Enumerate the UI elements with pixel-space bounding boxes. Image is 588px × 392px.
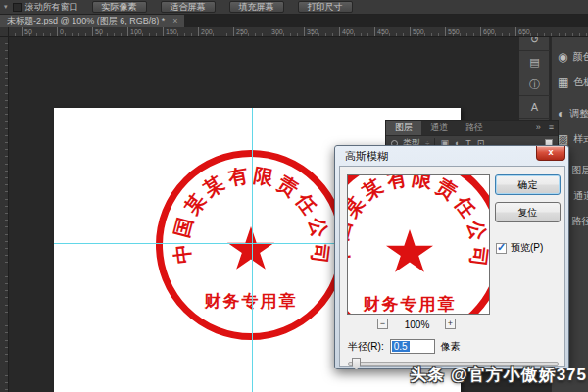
stamp-arc-char: 中 (171, 243, 192, 265)
radius-slider-thumb[interactable] (352, 358, 361, 370)
dock-panel-0[interactable]: ◉颜色 (552, 45, 588, 69)
dock-panel-label: 样式 (573, 132, 588, 146)
tool-preset-caret-icon[interactable]: ▾ (4, 3, 8, 11)
stamp-bottom-text: 财务专用章 (364, 293, 457, 316)
stamp-arc-char: 有 (226, 166, 249, 188)
options-buttons: 实际像素适合屏幕填充屏幕打印尺寸 (78, 1, 353, 13)
stamp-arc-char: 限 (253, 166, 275, 188)
颜色-panel-icon: ◉ (558, 50, 567, 64)
scroll-all-windows-label: 滚动所有窗口 (25, 1, 78, 14)
radius-label: 半径(R): (348, 340, 384, 354)
tab-close-icon[interactable]: × (172, 15, 177, 27)
ruler-tick-label: 450 (374, 27, 389, 37)
ruler-tick-label: 500 (410, 27, 424, 37)
toutiao-watermark: 头条 @官方小傲娇375 (410, 364, 587, 386)
reset-button[interactable]: 复位 (495, 202, 561, 222)
blur-preview[interactable]: 中国某某有限责任公司财务专用章 (347, 174, 490, 315)
dock-panel-label: 通道 (573, 189, 588, 203)
layers-panel-tab-0[interactable]: 图层 (386, 121, 421, 135)
ok-button[interactable]: 确定 (495, 174, 561, 195)
radius-input[interactable]: 0.5 (390, 339, 435, 354)
layers-panel-tabs: 图层通道路径 » ≡ (386, 121, 558, 135)
brush-presets-icon[interactable]: ▤ (519, 51, 550, 74)
dialog-close-button[interactable]: x (536, 146, 565, 161)
panel-menu-icon[interactable]: ≡ (545, 121, 558, 135)
样式-panel-icon: ▨ (558, 132, 568, 146)
stamp-arc-char: 有 (385, 174, 408, 191)
photoshop-window: ▾ 滚动所有窗口 实际像素适合屏幕填充屏幕打印尺寸 未标题-2.psd @ 10… (0, 0, 588, 392)
radius-row: 半径(R): 0.5 像素 (348, 339, 461, 354)
stamp-bottom-text: 财务专用章 (205, 290, 298, 313)
dock-panel-label: 路径 (571, 215, 588, 228)
info-icon[interactable]: ⓘ (519, 74, 550, 96)
ruler-tick-label: 50 (22, 27, 32, 37)
vertical-ruler[interactable] (0, 37, 9, 392)
document-tab[interactable]: 未标题-2.psd @ 100% (图层 6, RGB/8) * × (0, 15, 184, 27)
panel-expand-icon[interactable]: » (532, 121, 545, 135)
preview-checkbox-label: 预览(P) (511, 241, 543, 255)
ruler-corner (0, 27, 9, 37)
options-button-2[interactable]: 填充屏幕 (229, 1, 284, 13)
stamp-arc-char: 中 (347, 246, 352, 268)
options-button-0[interactable]: 实际像素 (92, 1, 147, 13)
horizontal-ruler[interactable]: 5005010015020025030035040045050055060065… (9, 27, 588, 37)
preview-check-row: ✓ 预览(P) (496, 241, 543, 255)
dock-panel-label: 图层 (571, 164, 588, 177)
ruler-tick-label: 600 (480, 27, 495, 37)
dock-tool-column: ↺▤ⓘA (519, 28, 550, 120)
scroll-all-windows-checkbox[interactable] (13, 3, 22, 12)
character-icon[interactable]: A (519, 96, 550, 119)
radius-unit-label: 像素 (441, 340, 461, 354)
preview-checkbox[interactable]: ✓ (496, 243, 507, 254)
layers-panel-tab-2[interactable]: 路径 (457, 121, 492, 135)
ruler-tick-label: 150 (163, 27, 177, 37)
ruler-tick-label: 50 (92, 27, 103, 37)
ruler-tick-label: 0 (57, 27, 64, 37)
dock-panel-label: 色板 (573, 75, 588, 89)
ruler-tick-label: 650 (515, 27, 530, 37)
ruler-tick-label: 550 (445, 27, 460, 37)
ruler-tick-label: 100 (127, 27, 142, 37)
dock-panel-1[interactable]: ▦色板 (552, 71, 588, 94)
dock-panel-label: 颜色 (572, 50, 588, 64)
zoom-level: 100% (391, 319, 443, 330)
dialog-body: 中国某某有限责任公司财务专用章 − 100% + 确定 复位 ✓ 预览(P) 半… (339, 166, 565, 367)
色板-panel-icon: ▦ (558, 75, 568, 89)
dialog-title: 高斯模糊 (345, 149, 388, 164)
ruler-tick-label: 400 (339, 27, 354, 37)
stamp-arc-char: 司 (467, 246, 489, 268)
zoom-out-button[interactable]: − (377, 318, 388, 329)
checkmark-icon: ✓ (497, 241, 506, 254)
stamp-arc-char: 司 (309, 243, 330, 265)
dock-panel-label: 调整 (569, 107, 588, 121)
zoom-in-button[interactable]: + (445, 318, 456, 329)
vertical-guide[interactable] (252, 108, 253, 392)
options-button-1[interactable]: 适合屏幕 (161, 1, 216, 13)
ruler-tick-label: 350 (304, 27, 318, 37)
options-bar: ▾ 滚动所有窗口 实际像素适合屏幕填充屏幕打印尺寸 (0, 0, 588, 15)
document-tab-title: 未标题-2.psd @ 100% (图层 6, RGB/8) * (7, 15, 165, 27)
ruler-tick-label: 250 (233, 27, 248, 37)
gaussian-blur-dialog: 高斯模糊 x 中国某某有限责任公司财务专用章 − 100% + 确定 复位 ✓ … (334, 145, 569, 369)
layers-panel-tab-1[interactable]: 通道 (421, 121, 457, 135)
ruler-tick-label: 200 (198, 27, 213, 37)
options-button-3[interactable]: 打印尺寸 (298, 1, 353, 13)
document-tab-bar: 未标题-2.psd @ 100% (图层 6, RGB/8) * × (0, 15, 588, 27)
调整-panel-icon: ◐ (558, 107, 564, 121)
ruler-tick-label: 300 (269, 27, 283, 37)
